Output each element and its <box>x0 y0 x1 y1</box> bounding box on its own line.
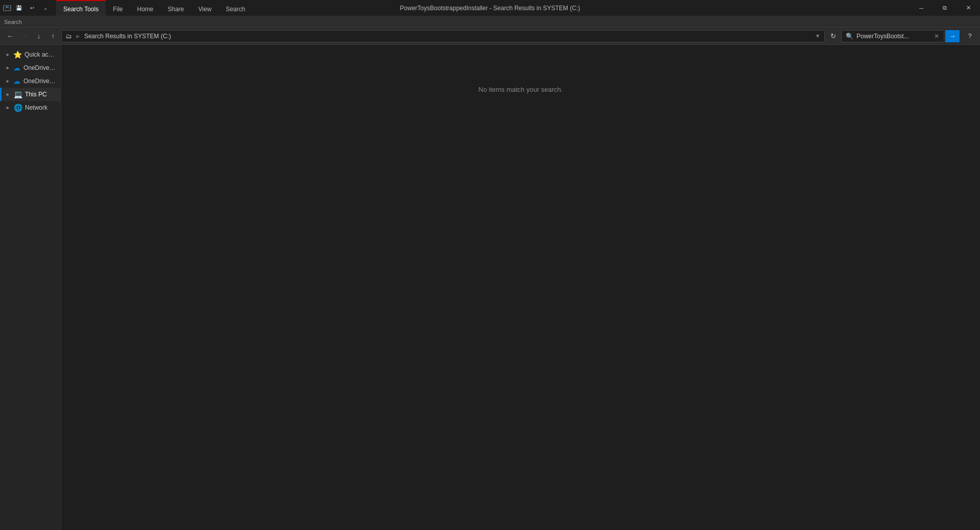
qat-customize[interactable]: ⌄ <box>40 3 51 14</box>
ribbon-bar: Search <box>0 16 980 28</box>
window-icon <box>3 4 11 12</box>
ribbon-tabs: Search Tools File Home Share View Search <box>54 0 910 16</box>
sidebar-item-label-this-pc: This PC <box>25 91 47 98</box>
address-bar-dropdown[interactable]: ▼ <box>815 33 820 39</box>
title-bar-left: 💾 ↩ ⌄ <box>0 0 54 16</box>
tab-home[interactable]: Home <box>130 0 161 16</box>
address-bar-path: Search Results in SYSTEM (C:) <box>84 33 171 40</box>
sidebar-item-network[interactable]: ► 🌐 Network <box>0 101 61 114</box>
this-pc-icon: 💻 <box>14 90 22 98</box>
sidebar-item-onedrive-georgia[interactable]: ► ☁ OneDrive - Georgia In <box>0 61 61 74</box>
expand-arrow-onedrive-georgia: ► <box>6 65 10 70</box>
expand-arrow-network: ► <box>6 105 11 110</box>
network-icon: 🌐 <box>14 104 22 112</box>
sidebar-item-quick-access[interactable]: ► ⭐ Quick access <box>0 48 61 61</box>
no-items-message: No items match your search. <box>478 86 562 93</box>
qat-undo[interactable]: ↩ <box>27 3 38 14</box>
tab-search-tools[interactable]: Search Tools <box>56 0 106 16</box>
search-go-button[interactable]: → <box>945 30 960 42</box>
recent-locations-button[interactable]: ↓ <box>33 30 45 42</box>
content-area: No items match your search. <box>61 45 980 530</box>
sidebar-item-onedrive-personal[interactable]: ► ☁ OneDrive - Personal <box>0 74 61 88</box>
up-button[interactable]: ↑ <box>47 30 59 42</box>
sidebar-item-label-network: Network <box>25 104 47 111</box>
expand-arrow-this-pc: ► <box>6 92 11 97</box>
onedrive-georgia-icon: ☁ <box>13 64 20 72</box>
address-bar-icon: 🗂 <box>66 33 72 40</box>
tab-file[interactable]: File <box>106 0 130 16</box>
help-button[interactable]: ? <box>964 30 976 42</box>
refresh-button[interactable]: ↻ <box>827 30 839 42</box>
close-button[interactable]: ✕ <box>957 0 980 16</box>
sidebar-item-label-onedrive-georgia: OneDrive - Georgia In <box>23 64 57 71</box>
qat-save[interactable]: 💾 <box>13 3 24 14</box>
search-box-container: 🔍 PowerToysBootst... ✕ <box>841 30 943 42</box>
navigation-bar: ← → ↓ ↑ 🗂 ► Search Results in SYSTEM (C:… <box>0 28 980 45</box>
minimize-button[interactable]: ─ <box>910 0 933 16</box>
ribbon-search-label: Search <box>4 19 22 25</box>
tab-search[interactable]: Search <box>218 0 252 16</box>
address-bar[interactable]: 🗂 ► Search Results in SYSTEM (C:) ▼ <box>61 30 825 42</box>
sidebar-item-this-pc[interactable]: ► 💻 This PC <box>0 88 61 101</box>
onedrive-personal-icon: ☁ <box>13 77 20 85</box>
quick-access-icon: ⭐ <box>13 51 21 59</box>
tab-share[interactable]: Share <box>161 0 191 16</box>
sidebar: ► ⭐ Quick access ► ☁ OneDrive - Georgia … <box>0 45 61 530</box>
back-button[interactable]: ← <box>4 30 16 42</box>
search-box-value: PowerToysBootst... <box>856 33 909 40</box>
restore-button[interactable]: ⧉ <box>933 0 957 16</box>
main-area: ► ⭐ Quick access ► ☁ OneDrive - Georgia … <box>0 45 980 530</box>
search-icon: 🔍 <box>846 33 853 40</box>
address-bar-separator: ► <box>75 33 81 40</box>
expand-arrow-onedrive-personal: ► <box>6 79 10 84</box>
search-clear-icon[interactable]: ✕ <box>934 33 939 40</box>
title-bar: 💾 ↩ ⌄ Search Tools File Home Share View … <box>0 0 980 16</box>
sidebar-item-label-onedrive-personal: OneDrive - Personal <box>23 78 57 85</box>
window-controls: ─ ⧉ ✕ <box>910 0 980 16</box>
sidebar-item-label-quick-access: Quick access <box>24 51 57 58</box>
expand-arrow-quick-access: ► <box>6 52 10 57</box>
forward-button[interactable]: → <box>18 30 31 42</box>
tab-view[interactable]: View <box>191 0 219 16</box>
